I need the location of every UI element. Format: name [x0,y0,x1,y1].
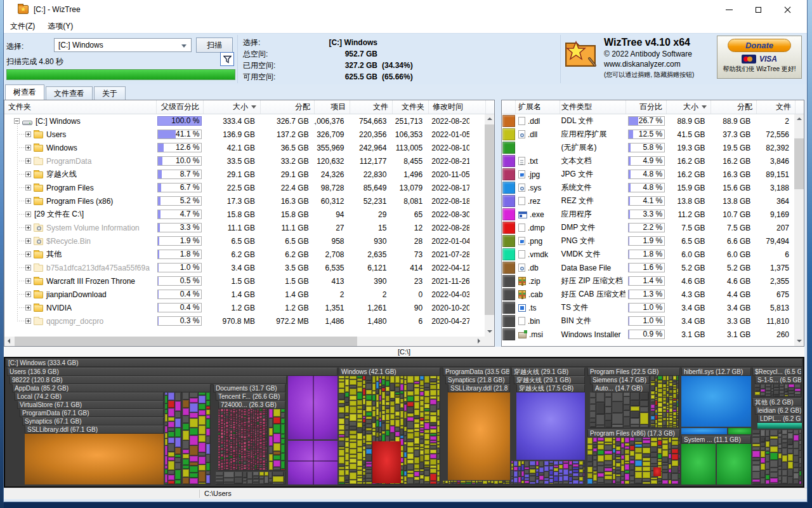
expand-toggle[interactable] [25,238,31,244]
expand-toggle[interactable] [25,265,31,271]
donate-button[interactable]: Donate [728,39,791,52]
treemap-block-ldpl-teal[interactable] [757,423,802,429]
treemap-header-tencent[interactable]: Tencent F... (26.6 GB) [216,392,285,401]
column-header-文件[interactable]: 文件 [757,100,796,114]
treemap-header-appdata[interactable]: AppData (85.2 GB) [12,384,211,392]
expand-toggle[interactable] [25,291,31,297]
expand-toggle[interactable] [25,225,31,231]
treemap-header-synaptics[interactable]: Synaptics (21.8 GB) [445,376,510,384]
treemap-header-s-1-5[interactable]: S-1-5... (6.5 GB) [755,376,802,384]
treemap-block-users-purple-a[interactable] [288,376,337,439]
column-header-父级百分比[interactable]: 父级百分比 [157,100,204,114]
treemap-header-programdata[interactable]: ProgramData (33.5 GB) [443,368,510,376]
folder-row[interactable]: Program Files (x86)5.2 %17.3 GB16.3 GB60… [4,194,485,208]
scroll-up-arrow[interactable] [794,114,804,124]
column-header-文件[interactable]: 文件 [350,100,393,114]
treemap-header-local[interactable]: Local (74.2 GB) [15,392,164,401]
menu-item[interactable]: 文件(Z) [4,19,41,34]
scroll-up-arrow[interactable] [485,114,494,124]
treemap-header-chuanyue-2[interactable]: 穿越火线 (29.1 GB) [514,376,585,384]
column-header-扩展名[interactable]: 扩展名 [516,100,560,114]
expand-toggle[interactable] [25,305,31,311]
treemap-mosaic-documents-body[interactable] [218,409,268,471]
folder-row[interactable]: [29 文件在 C:\]4.7 %15.8 GB15.8 GB942965202… [4,208,485,221]
ext-row[interactable]: .sys系统文件4.8 %15.9 GB15.6 GB3,188 [502,181,794,194]
expand-toggle[interactable] [25,158,31,164]
column-header-文件夹[interactable]: 文件夹 [393,100,429,114]
treemap-header-programfiles[interactable]: Program Files (22.5 GB) [587,368,680,376]
treemap-header-ldpl[interactable]: LDPL... (6.2 GB) [757,415,802,423]
scroll-right-arrow[interactable] [475,337,485,346]
treemap-block-green-strip[interactable] [728,428,751,434]
treemap-block-ssllibrary-orange[interactable] [25,434,164,485]
treemap-header-synaptics-u[interactable]: Synaptics (67.1 GB) [22,417,164,425]
ext-row[interactable]: .rezREZ 文件4.1 %13.8 GB13.8 GB364 [502,194,794,208]
treemap-block-system-green-a[interactable] [681,444,716,485]
column-header-修改时间[interactable]: 修改时间 [429,100,486,114]
minimize-button[interactable] [714,0,743,19]
treemap-header-other[interactable]: 其他 (6.2 GB) [752,398,802,406]
column-header-大小[interactable]: 大小 [204,100,261,114]
folder-row[interactable]: [C:] Windows100.0 %333.4 GB326.7 GB1,006… [4,114,485,128]
ext-row[interactable]: .dll应用程序扩展12.5 %41.5 GB37.3 GB72,556 [502,128,794,141]
folder-row[interactable]: b75a1dfca213dfa475aa55f69a1.0 %3.4 GB3.5… [4,261,485,274]
ext-row[interactable]: .tsTS 文件1.0 %3.4 GB3.4 GB5,813 [502,301,794,314]
folder-row[interactable]: System Volume Information3.3 %11.1 GB11.… [4,221,485,234]
scroll-left-arrow[interactable] [4,337,14,346]
ext-row[interactable]: .msiWindows Installer0.9 %3.1 GB3.1 GB26… [502,328,794,341]
menu-item[interactable]: 选项(Y) [41,19,79,34]
expand-toggle[interactable] [25,131,31,137]
scrollbar-thumb[interactable] [485,124,494,315]
treemap-block-programdata-orange[interactable] [448,392,510,480]
ext-row[interactable]: .txt文本文档4.9 %16.2 GB16.2 GB3,846 [502,154,794,168]
folder-horizontal-scrollbar[interactable] [4,337,485,346]
ext-row[interactable]: (无扩展名)5.8 %19.3 GB19.5 GB82,392 [502,141,794,154]
treemap-header-programfiles-x86[interactable]: Program Files (x86) (17.3 GB) [587,429,680,438]
folder-row[interactable]: Users41.1 %136.9 GB137.2 GB326,709220,35… [4,128,485,141]
treemap-header-root[interactable]: [C:] Windows (333.4 GB) [6,359,802,367]
ext-row[interactable]: .pngPNG 文件1.9 %6.5 GB6.6 GB79,494 [502,234,794,248]
close-button[interactable] [773,0,802,19]
ext-row[interactable]: .binBIN 文件1.0 %3.4 GB3.3 GB11,810 [502,314,794,328]
treemap-header-siemens[interactable]: Siemens (14.7 GB) [590,376,650,384]
tab-文件查看[interactable]: 文件查看 [46,86,93,100]
expand-toggle[interactable] [25,171,31,177]
treemap-mosaic-chuanyue-bottom[interactable] [511,461,585,485]
treemap-mosaic-programfiles-body[interactable] [590,392,650,428]
ext-row[interactable]: .dmpDMP 文件2.2 %7.5 GB7.5 GB207 [502,221,794,234]
tab-树查看[interactable]: 树查看 [5,84,44,100]
treemap-mosaic-appdata-strip-b[interactable] [183,392,211,485]
folder-row[interactable]: jianpianDownload0.4 %1.4 GB1.4 GB2202022… [4,288,485,301]
treemap-header-documents[interactable]: Documents (31.7 GB) [213,384,285,392]
column-header-分配[interactable]: 分配 [711,100,757,114]
folder-row[interactable]: Program Files6.7 %22.5 GB22.4 GB98,72885… [4,181,485,194]
treemap-header-98222[interactable]: 98222 (120.8 GB) [10,376,287,384]
treemap-mosaic-documents-bottom[interactable] [216,472,285,485]
treemap-header-windows[interactable]: Windows (42.1 GB) [339,368,440,376]
treemap-header-chuanyue-3[interactable]: 穿越火线 (17.5 GB) [516,384,585,392]
treemap-header-programdata-u[interactable]: ProgramData (67.1 GB) [20,409,164,417]
scrollbar-thumb[interactable] [794,138,804,189]
folder-row[interactable]: ProgramData10.0 %33.5 GB33.2 GB120,63211… [4,154,485,168]
treemap-header-auto[interactable]: Auto... (14.7 GB) [593,384,650,392]
treemap-mosaic-appdata-strip-a[interactable] [165,392,181,485]
folder-row[interactable]: qqpcmgr_docpro0.3 %970.8 MB972.2 MB1,486… [4,314,485,328]
drive-select[interactable]: [C:] Windows [54,38,192,52]
expand-toggle[interactable] [25,318,31,324]
treemap[interactable]: [C:] Windows (333.4 GB)Users (136.9 GB)9… [4,357,804,488]
treemap-mosaic-programfiles-side[interactable] [651,376,679,428]
treemap-header-system[interactable]: System ... (11.1 GB) [681,436,751,444]
treemap-block-hiberfil-strip[interactable] [681,428,727,434]
ext-row[interactable]: .vmdkVMDK 文件1.8 %6.0 GB6.0 GB6 [502,248,794,261]
maximize-button[interactable] [743,0,773,19]
tab-关于[interactable]: 关于 [94,86,126,100]
treemap-header-recycle[interactable]: $Recycl... (6.5 GB) [752,368,802,376]
website-link[interactable]: www.diskanalyzer.com [604,59,718,69]
treemap-header-724000[interactable]: 724000... (26.3 GB) [218,401,285,409]
column-header-文件类型[interactable]: 文件类型 [560,100,626,114]
column-header-百分比[interactable]: 百分比 [626,100,667,114]
folder-row[interactable]: 穿越火线8.7 %29.1 GB29.1 GB24,32622,8301,496… [4,168,485,181]
scan-button[interactable]: 扫描 [196,37,233,53]
treemap-block-chuanyue-violet[interactable] [516,392,585,460]
folder-row[interactable]: Windows12.6 %42.1 GB36.5 GB355,969242,96… [4,141,485,154]
